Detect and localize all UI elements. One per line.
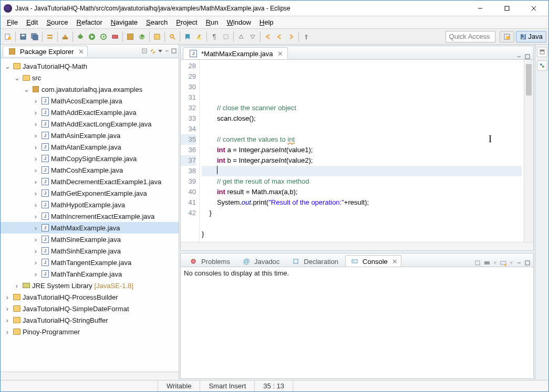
tree-item-label: MathAtanExample.java [51,143,121,151]
new-class-button[interactable]: C [137,31,147,42]
tab-console[interactable]: Console ✕ [345,255,401,267]
open-type-button[interactable] [152,31,162,42]
java-file-node[interactable]: ›MathAddExactExample.java [1,107,179,118]
java-file-node[interactable]: ›MathMaxExample.java [1,222,179,234]
debug-button[interactable] [75,31,86,42]
java-file-node[interactable]: ›MathSineExample.java [1,234,179,245]
horizontal-scrollbar[interactable] [1,372,179,380]
src-folder-node[interactable]: ⌄src [1,72,179,83]
close-icon[interactable]: ✕ [277,50,283,58]
java-file-node[interactable]: ›MathGetExponentExample.java [1,187,179,199]
forward-button[interactable] [286,31,296,42]
close-button[interactable] [522,1,545,16]
source-code-area[interactable]: I // close the scanner object scan.close… [200,60,524,242]
menu-help[interactable]: Help [256,17,277,27]
project-node[interactable]: ⌄JavaTutorialHQ-Math [1,60,179,72]
project-node[interactable]: ›JavaTutorialHQ-StringBuffer [1,314,179,326]
menu-search[interactable]: Search [143,17,171,27]
project-node[interactable]: ›JavaTutorialHQ-SimpleDateFormat [1,303,179,314]
svg-line-27 [173,38,175,39]
open-console-button[interactable] [500,260,506,266]
display-selected-console-button[interactable] [484,260,490,266]
vertical-scrollbar[interactable] [524,60,533,242]
menu-navigate[interactable]: Navigate [108,17,141,27]
java-file-node[interactable]: ›MathTanhExample.java [1,268,179,280]
open-perspective-button[interactable] [500,31,514,43]
quick-access-field[interactable]: Quick Access [446,31,495,43]
pin-console-button[interactable] [474,260,481,266]
java-file-node[interactable]: ›MathAcosExample.java [1,95,179,107]
new-button[interactable] [3,31,13,42]
maximize-bottom-button[interactable] [525,260,530,266]
toggle-breadcrumb-button[interactable] [45,31,55,42]
next-annotation-button[interactable] [247,31,258,42]
pin-editor-button[interactable] [301,31,312,42]
java-file-node[interactable]: ›MathCoshExample.java [1,164,179,176]
menu-window[interactable]: Window [224,17,254,27]
tab-declaration[interactable]: Declaration [286,255,342,267]
tab-problems[interactable]: Problems [184,255,234,267]
minimize-button[interactable] [468,1,492,16]
link-editor-button[interactable] [150,48,156,55]
restore-outline-button[interactable] [537,47,547,57]
close-icon[interactable]: ✕ [78,48,84,56]
java-file-node[interactable]: ›MathAddExactLongExample.java [1,118,179,130]
jre-library-node[interactable]: ›JRE System Library [JavaSE-1.8] [1,280,179,291]
back-button[interactable] [274,31,285,42]
toggle-mark-button[interactable] [182,31,193,42]
search-button[interactable] [167,31,178,42]
tab-label: Declaration [304,258,338,266]
close-icon[interactable]: ✕ [392,258,398,266]
editor-tabstrip: *MathMaxExample.java ✕ [181,46,533,60]
editor-horizontal-scrollbar[interactable] [181,242,533,250]
last-edit-button[interactable] [263,31,273,42]
minimize-view-button[interactable] [164,48,170,55]
svg-marker-21 [103,36,105,38]
save-all-button[interactable] [29,31,40,42]
package-explorer-tree[interactable]: ⌄JavaTutorialHQ-Math⌄src⌄com.javatutoria… [1,58,179,372]
java-file-node[interactable]: ›MathTangentExample.java [1,257,179,268]
run-button[interactable] [87,31,97,42]
collapse-all-button[interactable] [142,48,148,55]
folder-icon [22,73,30,82]
maximize-button[interactable] [495,1,519,16]
menu-refactor[interactable]: Refactor [74,17,106,27]
menu-edit[interactable]: Edit [23,17,41,27]
project-node[interactable]: ›Pinoy-Programmer [1,326,179,337]
java-file-node[interactable]: ›MathSinhExample.java [1,245,179,257]
java-file-node[interactable]: ›MathDecrementExactExample1.java [1,176,179,187]
project-node[interactable]: ›JavaTutorialHQ-ProcessBuilder [1,291,179,303]
java-file-node[interactable]: ›MathAsinExample.java [1,130,179,141]
coverage-button[interactable] [110,31,120,42]
minimize-editor-button[interactable] [516,54,522,59]
java-file-node[interactable]: ›MathIncrementExactExample.java [1,210,179,222]
maximize-editor-button[interactable] [525,54,530,59]
java-file-node[interactable]: ›MathCopySignExample.java [1,153,179,164]
minimize-bottom-button[interactable] [516,260,522,266]
java-file-node[interactable]: ›MathAtanExample.java [1,141,179,153]
view-menu-button[interactable] [158,48,163,55]
highlight-button[interactable] [194,31,204,42]
prev-annotation-button[interactable] [236,31,246,42]
menu-file[interactable]: File [4,17,21,27]
java-perspective-button[interactable]: J Java [516,31,546,43]
build-button[interactable] [60,31,70,42]
outline-view-button[interactable] [537,60,547,71]
menu-project[interactable]: Project [173,17,200,27]
block-selection-button[interactable] [221,31,231,42]
java-perspective-icon: J [520,33,527,40]
editor-tab-mathmax[interactable]: *MathMaxExample.java ✕ [183,47,288,59]
package-node[interactable]: ⌄com.javatutorialhq.java.examples [1,83,179,95]
package-explorer-tab[interactable]: Package Explorer ✕ [3,46,88,57]
new-package-button[interactable] [125,31,136,42]
save-button[interactable] [18,31,28,42]
maximize-view-button[interactable] [171,48,177,55]
tab-javadoc[interactable]: @Javadoc [237,255,283,267]
menu-source[interactable]: Source [43,17,71,27]
run-last-button[interactable] [98,31,109,42]
toggle-whitespace-button[interactable]: ¶ [209,31,220,42]
java-file-node[interactable]: ›MathHypotExample.java [1,199,179,210]
menu-run[interactable]: Run [203,17,222,27]
editor-body[interactable]: 282930313233343536373839404142 I // clos… [181,60,533,242]
svg-rect-22 [112,35,118,38]
